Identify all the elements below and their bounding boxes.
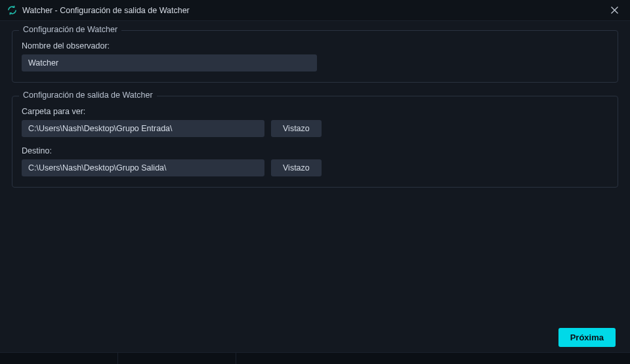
- statusbar-segment: [0, 353, 118, 364]
- content-area: Configuración de Watcher Nombre del obse…: [0, 21, 630, 210]
- watcher-config-section: Configuración de Watcher Nombre del obse…: [12, 30, 618, 83]
- window-title: Watcher - Configuración de salida de Wat…: [22, 6, 605, 15]
- watch-folder-browse-button[interactable]: Vistazo: [271, 120, 322, 137]
- watch-folder-input[interactable]: [22, 120, 264, 137]
- titlebar: Watcher - Configuración de salida de Wat…: [0, 0, 630, 21]
- destination-label: Destino:: [22, 146, 608, 155]
- close-icon: [611, 7, 618, 14]
- watch-folder-label: Carpeta para ver:: [22, 107, 608, 116]
- statusbar: [0, 352, 630, 364]
- next-button[interactable]: Próxima: [558, 328, 616, 347]
- watcher-config-legend: Configuración de Watcher: [19, 25, 121, 34]
- destination-input[interactable]: [22, 159, 264, 176]
- statusbar-segment: [118, 353, 236, 364]
- close-button[interactable]: [605, 3, 623, 18]
- observer-name-input[interactable]: [22, 54, 317, 71]
- destination-row: Vistazo: [22, 159, 608, 176]
- output-config-legend: Configuración de salida de Watcher: [19, 91, 157, 100]
- output-config-section: Configuración de salida de Watcher Carpe…: [12, 96, 618, 188]
- watch-folder-row: Vistazo: [22, 120, 608, 137]
- observer-name-label: Nombre del observador:: [22, 41, 608, 51]
- footer: Próxima: [558, 328, 616, 347]
- destination-browse-button[interactable]: Vistazo: [271, 159, 322, 176]
- app-icon: [7, 5, 17, 16]
